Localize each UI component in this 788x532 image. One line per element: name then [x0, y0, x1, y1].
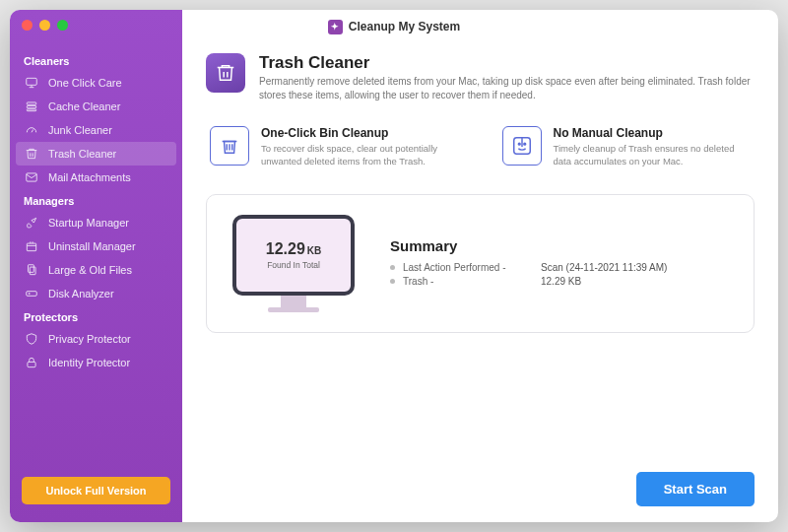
svg-rect-12: [29, 265, 34, 273]
sidebar-item-trash-cleaner[interactable]: Trash Cleaner: [16, 142, 176, 166]
sidebar-item-label: Large & Old Files: [48, 264, 132, 276]
summary-val: 12.29 KB: [541, 276, 581, 287]
sidebar-item-large-old-files[interactable]: Large & Old Files: [10, 258, 182, 282]
feature-title: One-Click Bin Cleanup: [261, 126, 463, 140]
sidebar-item-junk-cleaner[interactable]: Junk Cleaner: [10, 118, 182, 142]
start-scan-button[interactable]: Start Scan: [636, 472, 755, 506]
page-description: Permanently remove deleted items from yo…: [259, 75, 752, 102]
svg-point-18: [518, 143, 520, 145]
bin-icon: [210, 126, 249, 166]
sidebar-item-label: Identity Protector: [48, 357, 130, 368]
page-title: Trash Cleaner: [259, 53, 752, 73]
feature-one-click-bin: One-Click Bin Cleanup To recover disk sp…: [210, 126, 463, 168]
layers-icon: [24, 100, 39, 113]
found-size-unit: KB: [307, 245, 321, 256]
summary-card: 12.29KB Found In Total Summary Last Acti…: [206, 194, 755, 333]
svg-rect-0: [27, 78, 37, 85]
box-icon: [24, 239, 39, 253]
unlock-full-version-button[interactable]: Unlock Full Version: [22, 477, 170, 504]
svg-line-6: [32, 129, 33, 132]
summary-val: Scan (24-11-2021 11:39 AM): [541, 262, 667, 273]
section-title-managers: Managers: [10, 189, 182, 211]
page-header: Trash Cleaner Permanently remove deleted…: [206, 53, 755, 102]
main-content: Trash Cleaner Permanently remove deleted…: [182, 10, 778, 522]
summary-key: Last Action Performed -: [403, 262, 541, 273]
sidebar-item-one-click-care[interactable]: One Click Care: [10, 71, 182, 95]
sidebar-item-label: Disk Analyzer: [48, 288, 114, 299]
sidebar-item-privacy-protector[interactable]: Privacy Protector: [10, 327, 182, 351]
svg-point-19: [523, 143, 525, 145]
shield-icon: [24, 332, 39, 346]
found-label: Found In Total: [267, 260, 320, 270]
feature-desc: To recover disk space, clear out potenti…: [261, 142, 463, 168]
mail-icon: [24, 170, 39, 184]
summary-key: Trash -: [403, 276, 541, 287]
sidebar-item-identity-protector[interactable]: Identity Protector: [10, 351, 182, 374]
window-controls: [22, 20, 68, 31]
footer: Start Scan: [206, 458, 755, 506]
feature-desc: Timely cleanup of Trash ensures no delet…: [554, 142, 755, 168]
minimize-icon[interactable]: [39, 20, 50, 31]
disk-icon: [24, 287, 39, 300]
svg-rect-4: [27, 105, 35, 107]
sidebar-item-label: Privacy Protector: [48, 333, 131, 345]
trash-icon: [24, 147, 39, 161]
monitor-icon: [24, 76, 39, 90]
app-window: ✦ Cleanup My System Cleaners One Click C…: [10, 10, 778, 522]
files-icon: [24, 263, 39, 277]
finder-icon: [502, 126, 542, 166]
lock-icon: [24, 356, 39, 369]
sidebar-item-label: Trash Cleaner: [48, 148, 116, 160]
close-icon[interactable]: [22, 20, 33, 31]
sidebar-item-label: Uninstall Manager: [48, 240, 136, 252]
svg-rect-16: [28, 362, 35, 366]
svg-rect-7: [27, 173, 37, 181]
sidebar-item-label: Mail Attachments: [48, 171, 131, 183]
sidebar-item-label: Startup Manager: [48, 217, 129, 229]
found-size-value: 12.29: [266, 240, 305, 257]
sidebar-item-label: One Click Care: [48, 77, 122, 89]
monitor-graphic: 12.29KB Found In Total: [232, 215, 355, 312]
sidebar-item-cache-cleaner[interactable]: Cache Cleaner: [10, 95, 182, 118]
sidebar-item-startup-manager[interactable]: Startup Manager: [10, 211, 182, 234]
summary-row: Last Action Performed - Scan (24-11-2021…: [390, 262, 667, 273]
sidebar-item-uninstall-manager[interactable]: Uninstall Manager: [10, 234, 182, 258]
rocket-icon: [24, 216, 39, 230]
sidebar-item-label: Junk Cleaner: [48, 124, 112, 136]
sidebar-item-mail-attachments[interactable]: Mail Attachments: [10, 166, 182, 189]
section-title-protectors: Protectors: [10, 305, 182, 327]
trash-cleaner-icon: [206, 53, 245, 93]
summary-title: Summary: [390, 237, 667, 254]
summary-row: Trash - 12.29 KB: [390, 276, 667, 287]
section-title-cleaners: Cleaners: [10, 49, 182, 71]
feature-title: No Manual Cleanup: [554, 126, 755, 140]
features-row: One-Click Bin Cleanup To recover disk sp…: [206, 126, 755, 168]
svg-point-15: [29, 293, 30, 294]
gauge-icon: [24, 123, 39, 137]
sidebar-item-label: Cache Cleaner: [48, 100, 120, 112]
feature-no-manual-cleanup: No Manual Cleanup Timely cleanup of Tras…: [502, 126, 755, 168]
svg-rect-3: [27, 102, 35, 104]
svg-rect-5: [27, 109, 35, 111]
maximize-icon[interactable]: [57, 20, 68, 31]
svg-rect-13: [30, 267, 35, 275]
sidebar-item-disk-analyzer[interactable]: Disk Analyzer: [10, 282, 182, 305]
svg-rect-14: [27, 292, 37, 297]
svg-rect-8: [27, 243, 35, 251]
sidebar: Cleaners One Click Care Cache Cleaner Ju…: [10, 10, 182, 522]
